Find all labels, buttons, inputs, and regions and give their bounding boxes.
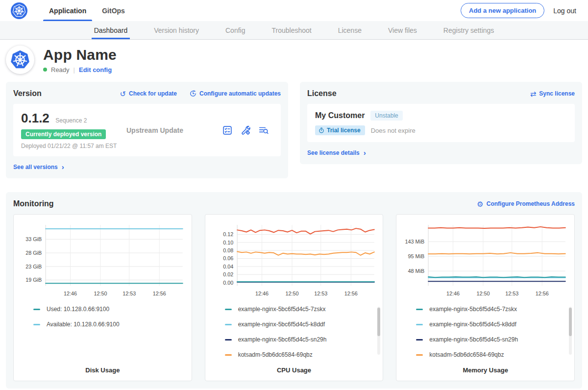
subnav-item-dashboard[interactable]: Dashboard [81,21,141,39]
legend-item-example-nginx-5bc6f5d4c5-7zskx: example-nginx-5bc6f5d4c5-7zskx [416,306,569,313]
legend-dash [416,339,423,341]
currently-deployed-badge: Currently deployed version [21,129,106,139]
see-license-details-link[interactable]: See license details › [307,149,366,156]
monitoring-section: Monitoring ⚙ Configure Prometheus Addres… [6,192,582,389]
legend-scrollbar[interactable] [569,307,572,355]
svg-text:12:56: 12:56 [344,291,357,296]
legend-item-example-nginx-5bc6f5d4c5-sn29h: example-nginx-5bc6f5d4c5-sn29h [416,336,569,343]
subnav-item-registry-settings[interactable]: Registry settings [430,21,507,39]
license-summary: My Customer Unstable Trial license Does … [307,104,575,142]
topnav-tab-application[interactable]: Application [41,0,94,21]
svg-text:0.06: 0.06 [223,255,233,261]
gear-icon: ⚙ [477,200,483,208]
svg-text:12:53: 12:53 [314,291,327,296]
top-nav: ApplicationGitOps Add a new application … [0,0,588,21]
legend-dash [225,324,232,325]
license-card-title: License [307,89,337,98]
subnav-item-troubleshoot[interactable]: Troubleshoot [258,21,324,39]
see-all-versions-link[interactable]: See all versions › [13,164,64,171]
disk-usage-chart-card: 19 GiB23 GiB28 GiB33 GiB12:4612:5012:531… [13,214,192,381]
svg-text:12:50: 12:50 [94,291,107,296]
svg-text:12:53: 12:53 [122,291,136,296]
customer-name: My Customer [315,111,365,120]
legend-dash [416,354,423,356]
cpu-usage-chart-title: CPU Usage [210,366,378,374]
disk-usage-legend: Used: 10.128.0.66:9100Available: 10.128.… [33,306,187,366]
svg-text:12:46: 12:46 [64,291,77,296]
current-version-row: 0.1.2 Sequence 2 Currently deployed vers… [13,104,281,156]
clock-arrow-icon [190,90,196,97]
cpu-usage-chart-card: 0.000.020.040.060.080.100.1212:4612:5012… [205,214,384,381]
svg-text:12:46: 12:46 [446,291,460,296]
svg-text:33 GiB: 33 GiB [25,236,42,242]
legend-dash [33,324,40,325]
stopwatch-icon [318,127,324,133]
topnav-tab-gitops[interactable]: GitOps [94,0,133,21]
svg-text:0.00: 0.00 [223,280,233,286]
cpu-usage-legend: example-nginx-5bc6f5d4c5-7zskxexample-ng… [225,306,378,366]
legend-label: example-nginx-5bc6f5d4c5-k8ddf [429,321,516,328]
sync-arrows-icon: ⇄ [530,90,537,98]
legend-dash [416,324,423,325]
legend-item-used-10-128-0-66-9100: Used: 10.128.0.66:9100 [33,306,187,313]
svg-text:0.08: 0.08 [223,247,233,253]
preflight-checks-icon[interactable] [222,125,233,136]
refresh-icon: ↺ [120,90,126,98]
memory-usage-plot: 48 MiB95 MiB143 MiB12:4612:5012:5312:56 [401,219,569,302]
configure-prometheus-link[interactable]: ⚙ Configure Prometheus Address [477,200,575,208]
subnav-item-license[interactable]: License [325,21,375,39]
configure-automatic-updates-link[interactable]: Configure automatic updates [190,90,281,98]
svg-text:12:50: 12:50 [285,291,298,296]
license-card: License ⇄ Sync license My Customer Unsta… [300,82,582,164]
legend-scrollbar[interactable] [377,307,380,355]
subnav-item-version-history[interactable]: Version history [141,21,212,39]
deployed-timestamp: Deployed 01/21/22 @ 11:57 am EST [21,143,126,149]
svg-text:19 GiB: 19 GiB [25,277,42,283]
edit-config-link[interactable]: Edit config [79,66,112,73]
legend-item-kotsadm-5db6dc6584-69qbz: kotsadm-5db6dc6584-69qbz [225,351,378,358]
kubernetes-logo[interactable] [11,2,27,19]
legend-scrollbar-thumb[interactable] [569,308,572,336]
license-type-badge: Trial license [315,125,365,135]
svg-text:48 MiB: 48 MiB [408,268,425,274]
legend-item-available-10-128-0-66-9100: Available: 10.128.0.66:9100 [33,321,187,328]
logout-link[interactable]: Log out [553,7,576,15]
legend-item-example-nginx-5bc6f5d4c5-k8ddf: example-nginx-5bc6f5d4c5-k8ddf [416,321,569,328]
status-label: Ready [51,66,70,73]
topnav-tabs: ApplicationGitOps [41,0,133,21]
version-number: 0.1.2 [21,111,49,125]
legend-dash [225,354,232,356]
deploy-logs-icon[interactable] [258,125,269,136]
subnav-item-config[interactable]: Config [212,21,258,39]
subnav: DashboardVersion historyConfigTroublesho… [0,21,588,40]
memory-usage-chart-card: 48 MiB95 MiB143 MiB12:4612:5012:5312:56 … [396,214,575,381]
version-source: Upstream Update [126,126,222,134]
subnav-item-view-files[interactable]: View files [375,21,430,39]
page-title: App Name [43,47,117,63]
legend-label: kotsadm-5db6dc6584-69qbz [429,351,504,358]
legend-label: Available: 10.128.0.66:9100 [47,321,120,328]
legend-item-example-nginx-5bc6f5d4c5-sn29h: example-nginx-5bc6f5d4c5-sn29h [225,336,378,343]
svg-text:143 MiB: 143 MiB [405,239,425,244]
memory-usage-chart-title: Memory Usage [401,366,569,374]
svg-text:0.10: 0.10 [223,240,233,245]
legend-dash [225,309,232,310]
legend-label: example-nginx-5bc6f5d4c5-7zskx [429,306,517,313]
app-header: App Name Ready | Edit config [0,40,588,82]
disk-usage-plot: 19 GiB23 GiB28 GiB33 GiB12:4612:5012:531… [19,219,187,302]
svg-text:12:50: 12:50 [477,291,490,296]
svg-text:12:53: 12:53 [505,291,518,296]
memory-usage-legend: example-nginx-5bc6f5d4c5-7zskxexample-ng… [416,306,569,366]
legend-label: example-nginx-5bc6f5d4c5-sn29h [238,336,327,343]
cpu-usage-plot: 0.000.020.040.060.080.100.1212:4612:5012… [210,219,378,302]
legend-dash [416,309,423,310]
legend-dash [33,309,40,310]
legend-scrollbar-thumb[interactable] [377,308,380,336]
config-wrench-icon[interactable] [240,125,251,136]
add-new-application-button[interactable]: Add a new application [461,3,544,18]
check-for-update-link[interactable]: ↺ Check for update [120,90,177,98]
version-sequence: Sequence 2 [55,117,87,124]
disk-usage-chart-title: Disk Usage [19,366,187,374]
sync-license-link[interactable]: ⇄ Sync license [530,90,575,98]
legend-label: example-nginx-5bc6f5d4c5-7zskx [238,306,326,313]
